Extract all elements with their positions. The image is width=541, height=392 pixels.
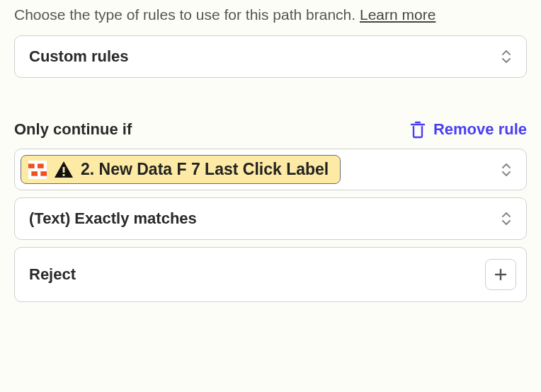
operator-label: (Text) Exactly matches bbox=[29, 209, 197, 228]
warning-icon bbox=[54, 161, 74, 179]
updown-icon bbox=[501, 163, 512, 176]
svg-rect-1 bbox=[28, 163, 35, 168]
zapier-paths-icon bbox=[28, 161, 47, 179]
intro-text: Choose the type of rules to use for this… bbox=[14, 4, 527, 25]
condition-field-select[interactable]: 2. New Data F 7 Last Click Label bbox=[14, 149, 527, 190]
rule-type-select[interactable]: Custom rules bbox=[14, 35, 527, 78]
condition-value-row[interactable]: Reject bbox=[14, 247, 527, 302]
learn-more-link[interactable]: Learn more bbox=[360, 6, 435, 23]
svg-rect-3 bbox=[31, 171, 38, 176]
svg-rect-6 bbox=[63, 174, 65, 176]
condition-operator-select[interactable]: (Text) Exactly matches bbox=[14, 197, 527, 240]
remove-rule-label: Remove rule bbox=[433, 120, 527, 139]
svg-rect-5 bbox=[63, 167, 65, 173]
updown-icon bbox=[501, 212, 512, 225]
trash-icon bbox=[409, 120, 426, 139]
condition-value-text: Reject bbox=[29, 265, 477, 284]
svg-rect-2 bbox=[38, 163, 44, 168]
rule-type-label: Custom rules bbox=[29, 47, 129, 66]
plus-icon bbox=[494, 267, 508, 282]
add-value-button[interactable] bbox=[485, 259, 516, 290]
svg-rect-0 bbox=[28, 161, 47, 179]
remove-rule-button[interactable]: Remove rule bbox=[409, 120, 527, 139]
condition-header: Only continue if Remove rule bbox=[14, 120, 527, 139]
intro-text-span: Choose the type of rules to use for this… bbox=[14, 6, 360, 23]
updown-icon bbox=[501, 50, 512, 63]
svg-rect-4 bbox=[40, 171, 47, 176]
field-pill: 2. New Data F 7 Last Click Label bbox=[21, 155, 341, 184]
field-pill-label: 2. New Data F 7 Last Click Label bbox=[81, 160, 329, 179]
condition-heading: Only continue if bbox=[14, 120, 132, 139]
